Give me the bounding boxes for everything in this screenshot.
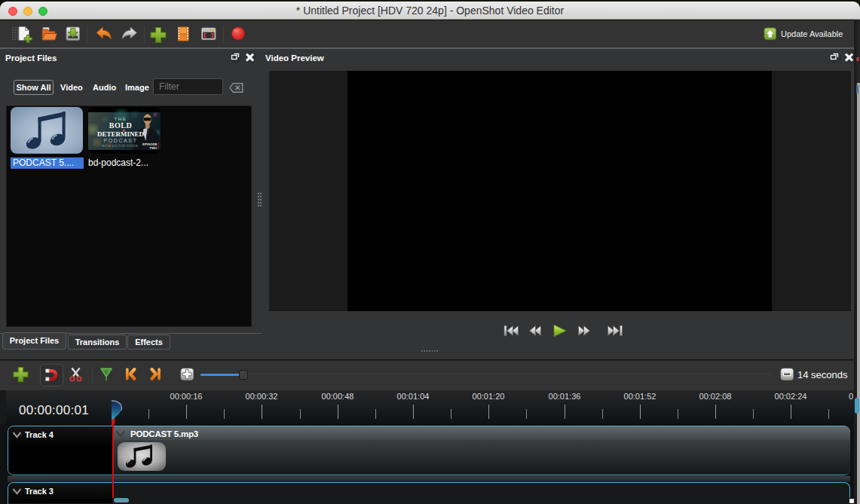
svg-text:BOLD: BOLD	[109, 121, 133, 130]
svg-text:PODCAST: PODCAST	[103, 138, 137, 143]
svg-text:THE: THE	[115, 117, 127, 121]
svg-text:TWO: TWO	[149, 146, 158, 150]
svg-text:DETERMINED: DETERMINED	[97, 130, 145, 138]
svg-text:WITH VICTOR PRIDE: WITH VICTOR PRIDE	[102, 144, 138, 148]
